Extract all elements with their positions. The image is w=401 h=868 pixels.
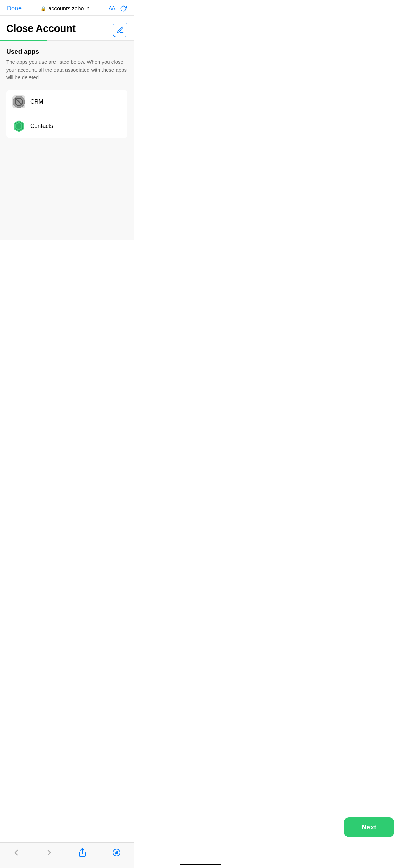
done-button[interactable]: Done bbox=[7, 5, 22, 12]
browser-actions: AA bbox=[109, 5, 127, 12]
crm-icon bbox=[12, 95, 25, 108]
contacts-icon bbox=[12, 120, 25, 133]
crm-app-name: CRM bbox=[30, 98, 44, 105]
app-list: CRM Contacts bbox=[6, 90, 127, 138]
reload-icon[interactable] bbox=[120, 5, 127, 12]
main-content: Used apps The apps you use are listed be… bbox=[0, 41, 134, 240]
browser-bar: Done 🔒 accounts.zoho.in AA bbox=[0, 0, 134, 16]
text-size-button[interactable]: AA bbox=[109, 5, 115, 12]
lock-icon: 🔒 bbox=[40, 6, 46, 11]
compose-icon bbox=[117, 26, 124, 34]
compose-button[interactable] bbox=[113, 23, 127, 37]
page-title: Close Account bbox=[6, 23, 75, 34]
page-header: Close Account bbox=[0, 16, 134, 40]
url-bar: 🔒 accounts.zoho.in bbox=[40, 5, 89, 12]
app-item-crm: CRM bbox=[6, 90, 127, 114]
section-title: Used apps bbox=[6, 48, 127, 56]
section-description: The apps you use are listed below. When … bbox=[6, 58, 127, 82]
url-text: accounts.zoho.in bbox=[48, 5, 89, 12]
app-item-contacts: Contacts bbox=[6, 114, 127, 138]
contacts-app-name: Contacts bbox=[30, 123, 53, 130]
